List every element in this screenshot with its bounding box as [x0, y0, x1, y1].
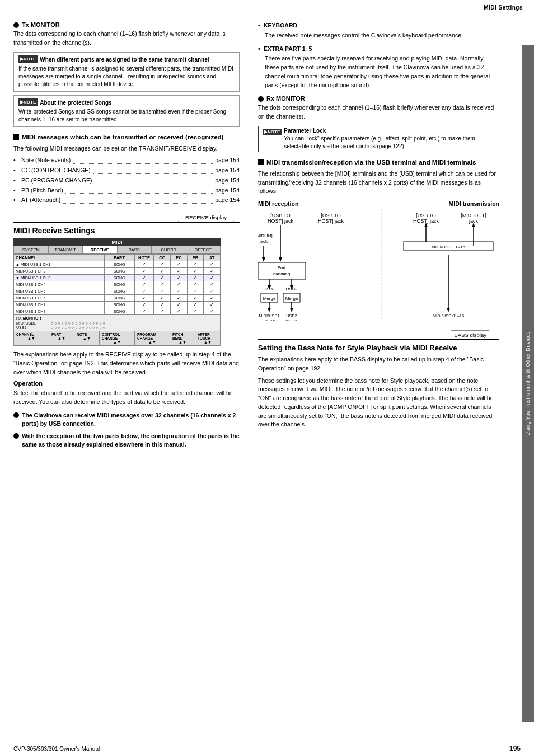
bass-body1: These settings let you determine the bas… [258, 377, 499, 430]
param-lock-title: Parameter Lock [284, 128, 496, 134]
bullet2-text: With the exception of the two parts belo… [22, 432, 240, 448]
svg-marker-8 [279, 257, 282, 262]
list-item-at: • AT (Aftertouch) page 154 [13, 196, 240, 205]
midi-messages-section: MIDI messages which can be transmitted o… [13, 133, 240, 205]
bullet2-circle [13, 433, 19, 439]
bullet1-circle [13, 412, 19, 418]
midi-messages-heading-wrapper: MIDI messages which can be transmitted o… [13, 133, 240, 142]
bass-display-label: BASS display [447, 330, 494, 339]
keyboard-body: The received note messages control the C… [258, 31, 499, 40]
midi-receive-heading: MIDI Receive Settings [13, 226, 240, 235]
note-box-1: ▶NOTE When different parts are assigned … [13, 52, 240, 92]
midi-trans-heading: MIDI transmission/reception via the USB … [266, 158, 476, 167]
midi-table-title: MIDI [13, 238, 221, 246]
midi-diagram-svg: [USB TO HOST] jack [USB TO HOST] jack [M… [258, 209, 504, 321]
svg-text:HOST] jack: HOST] jack [413, 218, 439, 224]
midi-data-table: CHANNEL PART NOTE CC PC PB AT ▲ MIDI-USB… [13, 254, 221, 315]
receive-display-label: RECEIVE display [178, 213, 234, 222]
svg-text:handling: handling [273, 271, 290, 276]
table-row: ▼ MIDI-USB 1 CH3 SONG ✓ ✓ ✓ ✓ ✓ [14, 275, 221, 281]
extra-parts-heading: EXTRA PART 1–5 [264, 45, 312, 54]
midi-messages-heading: MIDI messages which can be transmitted o… [22, 133, 223, 142]
page-header: MIDI Settings [0, 0, 534, 13]
bass-display-area: BASS display Setting the Bass Note for S… [258, 330, 499, 352]
svg-text:jack: jack [469, 218, 479, 224]
svg-text:HOST] jack: HOST] jack [268, 218, 294, 224]
midi-trans-bullet [258, 159, 264, 165]
tx-monitor-section: Tx MONITOR The dots corresponding to eac… [13, 21, 240, 48]
rx-monitor-body: The dots corresponding to each channel (… [258, 104, 499, 121]
rx-monitor-section: Rx MONITOR The dots corresponding to eac… [258, 95, 499, 121]
midi-table-container: MIDI SYSTEM TRANSMIT RECEIVE BASS CHORD … [13, 238, 240, 346]
table-row: MIDI-USB 1 CH4 SONG ✓ ✓ ✓ ✓ ✓ [14, 281, 221, 288]
bullet1-section: The Clavinova can receive MIDI messages … [13, 411, 240, 428]
receive-display-area: RECEIVE display MIDI Receive Settings [13, 213, 240, 235]
midi-messages-bullet [13, 134, 19, 140]
svg-text:HOST] jack: HOST] jack [318, 218, 344, 224]
list-item-cc: • CC (CONTROL CHANGE) page 154 [13, 166, 240, 175]
note-box-2: ▶NOTE About the protected Songs Write-pr… [13, 95, 240, 127]
midi-trans-intro: The relationship between the [MIDI] term… [258, 170, 499, 196]
note-label-1: ▶NOTE [18, 55, 38, 63]
bullet2-section: With the exception of the two parts belo… [13, 432, 240, 448]
list-item-pc: • PC (PROGRAM CHANGE) page 154 [13, 176, 240, 185]
svg-marker-42 [447, 308, 450, 312]
svg-text:MIDI/USB 01–16: MIDI/USB 01–16 [433, 313, 464, 318]
tx-monitor-heading: Tx MONITOR [22, 21, 60, 28]
table-row: MIDI-USB 1 CH7 SONG ✓ ✓ ✓ ✓ ✓ [14, 302, 221, 308]
note-title-1: When different parts are assigned to the… [40, 55, 209, 64]
operation-body: Select the channel to be received and th… [13, 389, 240, 407]
svg-text:Port: Port [278, 265, 286, 270]
midi-bottom-controls: CHANNEL ▲▼ PART ▲▼ NOTE ▲▼ CONTROL CHANG… [13, 331, 221, 346]
tx-monitor-body: The dots corresponding to each channel (… [13, 30, 240, 48]
svg-text:Merge: Merge [285, 296, 298, 301]
bass-heading: Setting the Bass Note for Style Playback… [258, 344, 499, 352]
note-title-2: About the protected Songs [40, 98, 111, 107]
note-body-1: If the same transmit channel is assigned… [18, 65, 235, 88]
svg-text:01–16: 01–16 [264, 318, 275, 321]
page-container: MIDI Settings Tx MONITOR The dots corres… [0, 0, 534, 756]
right-sidebar: Using Your Instrument with Other Devices [522, 45, 534, 722]
svg-text:[MIDI OUT]: [MIDI OUT] [461, 213, 486, 218]
note-label-2: ▶NOTE [18, 98, 38, 106]
list-item-note: • Note (Note events) page 154 [13, 156, 240, 165]
midi-transmission-section: MIDI transmission/reception via the USB … [258, 158, 499, 196]
param-lock-note-label: ▶NOTE [263, 129, 282, 135]
usb-to-host-label-1: [USB TO [270, 213, 291, 218]
svg-marker-6 [262, 257, 265, 262]
svg-text:jack: jack [259, 239, 268, 244]
main-content: Tx MONITOR The dots corresponding to eac… [0, 13, 534, 461]
note-body-2: Write-protected Songs and GS songs canno… [18, 108, 235, 124]
parameter-lock-box: ▶NOTE Parameter Lock You can "lock" spec… [258, 126, 499, 152]
midi-receive-intro: The explanations here apply to the RECEI… [13, 350, 240, 377]
page-footer: CVP-305/303/301 Owner's Manual 195 [0, 741, 534, 756]
table-row: MIDI-USB 1 CH5 SONG ✓ ✓ ✓ ✓ ✓ [14, 288, 221, 295]
transmission-label: MIDI transmission [379, 200, 500, 207]
midi-table-body: ▲ MIDI-USB 1 CH1 SONG ✓ ✓ ✓ ✓ ✓ MIDI-USB… [14, 261, 221, 315]
param-lock-body: You can "lock" specific parameters (e.g.… [284, 135, 496, 151]
svg-text:[USB TO: [USB TO [416, 213, 436, 218]
list-item-pb: • PB (Pitch Bend) page 154 [13, 186, 240, 195]
note-header-2: ▶NOTE About the protected Songs [18, 98, 235, 107]
midi-messages-intro: The following MIDI messages can be set o… [13, 144, 240, 153]
left-column: Tx MONITOR The dots corresponding to eac… [0, 13, 249, 461]
svg-text:Merge: Merge [263, 296, 276, 301]
rx-monitor-heading: Rx MONITOR [266, 95, 305, 102]
table-row: MIDI-USB 1 CH8 SONG ✓ ✓ ✓ ✓ ✓ [14, 308, 221, 315]
extra-parts-section: • EXTRA PART 1–5 There are five parts sp… [258, 45, 499, 90]
svg-text:01–16: 01–16 [286, 318, 298, 321]
keyboard-section: • KEYBOARD The received note messages co… [258, 21, 499, 40]
reception-label: MIDI reception [258, 200, 379, 207]
midi-diagram-container: MIDI reception MIDI transmission [USB TO… [258, 200, 499, 322]
svg-text:MIDI/USB 01–16: MIDI/USB 01–16 [432, 245, 466, 250]
page-number: 195 [509, 745, 521, 753]
header-title: MIDI Settings [484, 4, 523, 11]
sidebar-label: Using Your Instrument with Other Devices [525, 331, 531, 436]
note-header-1: ▶NOTE When different parts are assigned … [18, 55, 235, 64]
right-column: • KEYBOARD The received note messages co… [249, 13, 510, 461]
table-row: MIDI-USB 1 CH6 SONG ✓ ✓ ✓ ✓ ✓ [14, 295, 221, 302]
svg-text:MIDI/USB1: MIDI/USB1 [259, 313, 280, 318]
rx-monitor-row: RX MONITOR MIDI/USB1 ○ ○ ○ ○ ○ ○ ○ ○ ○ ○… [13, 315, 221, 331]
svg-text:[MIDI IN]: [MIDI IN] [258, 233, 273, 238]
operation-section: Operation Select the channel to be recei… [13, 380, 240, 407]
